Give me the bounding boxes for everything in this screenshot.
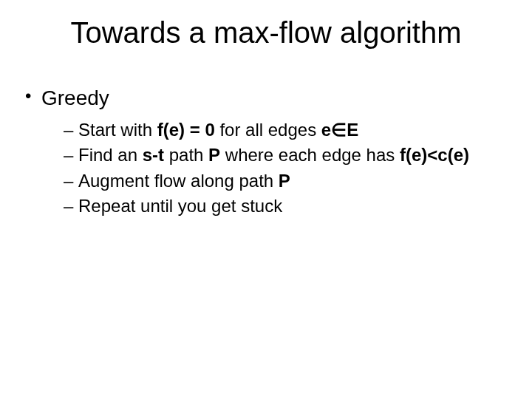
sub-bullet-3: Repeat until you get stuck <box>64 194 510 218</box>
sub2-bold: P <box>279 171 290 191</box>
bullet-list: Greedy Start with f(e) = 0 for all edges… <box>22 84 510 218</box>
sub-bullet-0: Start with f(e) = 0 for all edges e∈E <box>64 118 510 142</box>
sub1-pre: Find an <box>78 145 143 165</box>
sub1-mid: path <box>164 145 208 165</box>
sub1-bold2: P <box>208 145 220 165</box>
slide: Towards a max-flow algorithm Greedy Star… <box>0 0 532 399</box>
sub-bullet-list: Start with f(e) = 0 for all edges e∈E Fi… <box>41 118 510 219</box>
sub2-pre: Augment flow along path <box>78 171 279 191</box>
slide-title: Towards a max-flow algorithm <box>0 15 532 50</box>
sub-bullet-1: Find an s-t path P where each edge has f… <box>64 143 510 167</box>
sub1-bold: s-t <box>143 145 164 165</box>
slide-body: Greedy Start with f(e) = 0 for all edges… <box>0 84 532 218</box>
bullet-greedy: Greedy Start with f(e) = 0 for all edges… <box>22 84 510 218</box>
sub3-pre: Repeat until you get stuck <box>78 196 282 216</box>
sub0-bold2: e∈E <box>321 120 358 140</box>
bullet-greedy-label: Greedy <box>41 86 109 109</box>
sub1-mid2: where each edge has <box>220 145 400 165</box>
sub1-bold3: f(e)<c(e) <box>400 145 469 165</box>
sub0-mid: for all edges <box>215 120 321 140</box>
sub0-pre: Start with <box>78 120 157 140</box>
sub-bullet-2: Augment flow along path P <box>64 169 510 193</box>
sub0-bold: f(e) = 0 <box>157 120 215 140</box>
